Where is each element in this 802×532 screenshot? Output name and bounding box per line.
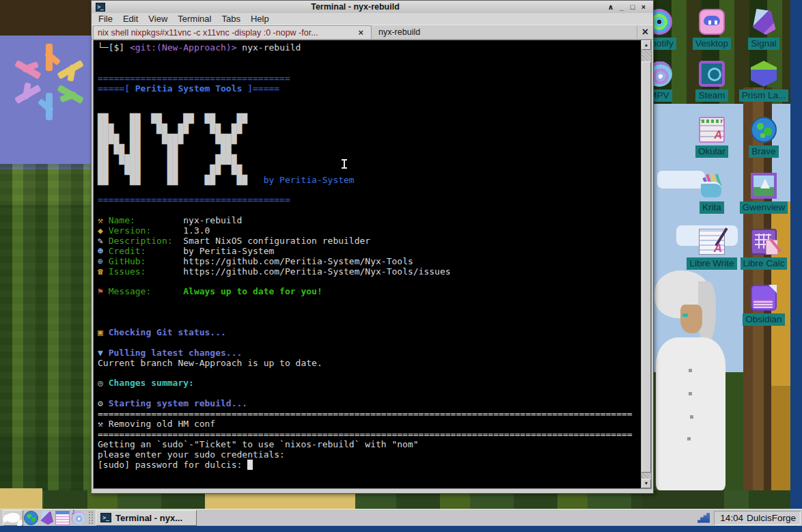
- app-menu-button[interactable]: [3, 510, 23, 526]
- terminal-line: Current branch New-Approach is up to dat…: [98, 359, 641, 369]
- terminal-line: ⚙ Starting system rebuild...: [98, 399, 641, 409]
- terminal-line: [98, 53, 641, 64]
- terminal-line: ██ ██ ██ ██ ██ ██: [98, 114, 641, 124]
- terminal-line: ███ ██ ██ ██ ██ ██: [98, 124, 641, 135]
- network-signal-icon[interactable]: [697, 513, 710, 523]
- terminal-line: ☻ Credit: by Peritia-System: [98, 247, 641, 257]
- desktop-icon-label: Obsidian: [743, 313, 784, 326]
- scrollbar-track[interactable]: [641, 50, 651, 479]
- terminal-line: [sudo] password for dulcis:: [98, 460, 641, 471]
- launcher-notes[interactable]: [55, 511, 70, 525]
- gwenview-icon: [751, 173, 777, 199]
- menu-view[interactable]: View: [148, 14, 167, 24]
- close-button[interactable]: ×: [638, 3, 649, 11]
- terminal-line: ========================================…: [98, 409, 641, 419]
- desktop-icon-prism-la-[interactable]: Prism La...: [733, 61, 794, 102]
- brave-icon: [751, 117, 777, 143]
- clock-time: 14:04: [720, 513, 743, 523]
- minimize-button[interactable]: _: [616, 3, 627, 11]
- terminal-line: [98, 297, 641, 307]
- desktop-icon-label: Vesktop: [693, 38, 731, 50]
- vesktop-icon: [699, 9, 725, 35]
- desktop-icon-signal[interactable]: Signal: [733, 9, 794, 50]
- tab-close-icon[interactable]: ×: [355, 27, 367, 38]
- terminal-line: Getting an `sudo`-"Ticket" to use `nixos…: [98, 440, 641, 450]
- wallpaper-character-eye: [682, 313, 688, 317]
- globe-icon: [24, 511, 38, 525]
- menu-help[interactable]: Help: [251, 14, 269, 24]
- desktop-icon-label: Okular: [695, 145, 728, 158]
- menu-bar: File Edit View Terminal Tabs Help: [92, 13, 653, 25]
- launcher-signal[interactable]: [39, 511, 55, 525]
- desktop-icon-gwenview[interactable]: Gwenview: [733, 173, 794, 214]
- terminal-line: [98, 185, 641, 195]
- maximize-button[interactable]: □: [627, 3, 638, 11]
- terminal-line: please enter your sudo credentials:: [98, 450, 641, 460]
- nixos-snowflake-logo: [12, 40, 86, 123]
- launcher-browser[interactable]: [23, 511, 39, 525]
- scrollbar[interactable]: ▲ ▼: [641, 40, 651, 488]
- terminal-line: [98, 104, 641, 114]
- desktop-icon-label: Steam: [695, 89, 728, 102]
- menu-file[interactable]: File: [98, 14, 113, 24]
- window-titlebar[interactable]: >_ Terminal - nyx-rebuild ∧ _ □ ×: [92, 1, 653, 13]
- tabbar-close-button[interactable]: ×: [637, 25, 653, 39]
- terminal-line: [98, 307, 641, 318]
- cd-icon: [71, 511, 85, 525]
- wallpaper-character-buttons: [689, 369, 692, 372]
- tab-bar: nix shell nixpkgs#x11vnc -c x11vnc -disp…: [92, 25, 653, 40]
- terminal-line: ██ ████ ██ ████: [98, 155, 641, 165]
- scroll-down-button[interactable]: ▼: [641, 479, 651, 488]
- tab-x11vnc[interactable]: nix shell nixpkgs#x11vnc -c x11vnc -disp…: [93, 25, 372, 39]
- terminal-line: ⚑ Message: Always up to date for you!: [98, 287, 641, 297]
- terminal-line: [98, 94, 641, 104]
- desktop-icon-libre-calc[interactable]: Libre Calc: [733, 229, 794, 270]
- clock[interactable]: 14:04 DulcisForge: [714, 511, 801, 525]
- menu-edit[interactable]: Edit: [123, 14, 138, 24]
- panel-bottom-edge: [0, 526, 802, 532]
- desktop-icon-label: Brave: [749, 145, 778, 158]
- terminal-window-icon: >_: [96, 3, 105, 12]
- obsidian-icon: [751, 285, 777, 311]
- signal-icon: [751, 9, 777, 35]
- system-tray: 14:04 DulcisForge: [697, 511, 802, 525]
- terminal-line: ⊕ GitHub: https://github.com/Peritia-Sys…: [98, 257, 641, 267]
- desktop-icon-label: Signal: [748, 38, 779, 50]
- terminal-line: ▼ Pulling latest changes...: [98, 348, 641, 359]
- terminal-line: ⚒ Removing old HM conf: [98, 419, 641, 430]
- terminal-line: [98, 318, 641, 328]
- scroll-up-button[interactable]: ▲: [641, 40, 651, 50]
- terminal-line: [98, 64, 641, 74]
- terminal-line: [98, 277, 641, 287]
- terminal-line: ██ ██ ██ ██ ██ by Peritia-System: [98, 176, 641, 186]
- terminal-line: └─[$] <git:(New-Approach)> nyx-rebuild: [98, 43, 641, 53]
- writer-icon: [699, 229, 725, 255]
- terminal-icon: >_: [100, 513, 111, 522]
- desktop-icon-label: Krita: [700, 201, 724, 214]
- taskbar-window-button[interactable]: >_ Terminal - nyx...: [96, 510, 197, 526]
- signal-icon: [40, 511, 54, 525]
- scrollbar-thumb[interactable]: [641, 61, 651, 473]
- text-cursor-pointer: [342, 159, 347, 169]
- tab-nyx-rebuild[interactable]: nyx-rebuild: [372, 25, 637, 39]
- clock-label: DulcisForge: [747, 513, 796, 523]
- terminal-line: ████ ██ ████ ████: [98, 135, 641, 145]
- pet-icon: [6, 513, 20, 522]
- menu-tabs[interactable]: Tabs: [221, 14, 240, 24]
- desktop-icon-obsidian[interactable]: Obsidian: [733, 285, 794, 326]
- desktop-icon-brave[interactable]: Brave: [733, 117, 794, 158]
- shade-button[interactable]: ∧: [605, 3, 616, 12]
- terminal-line: =====[ Peritia System Tools ]=====: [98, 84, 641, 94]
- prism-icon: [751, 61, 777, 87]
- tab-label: nix shell nixpkgs#x11vnc -c x11vnc -disp…: [98, 28, 355, 38]
- terminal-line: ██ ██ ██ ██ ██: [98, 145, 641, 155]
- terminal-line: ========================================…: [98, 430, 641, 440]
- terminal-content[interactable]: └─[$] <git:(New-Approach)> nyx-rebuild==…: [93, 40, 652, 489]
- calc-icon: [751, 229, 777, 255]
- terminal-line: ██ ███ ██ ██ ██: [98, 165, 641, 176]
- terminal-line: ⚒ Name: nyx-rebuild: [98, 216, 641, 226]
- launcher-music[interactable]: [70, 511, 86, 525]
- menu-terminal[interactable]: Terminal: [178, 14, 211, 24]
- terminal-output: └─[$] <git:(New-Approach)> nyx-rebuild==…: [94, 40, 641, 488]
- terminal-line: [98, 206, 641, 216]
